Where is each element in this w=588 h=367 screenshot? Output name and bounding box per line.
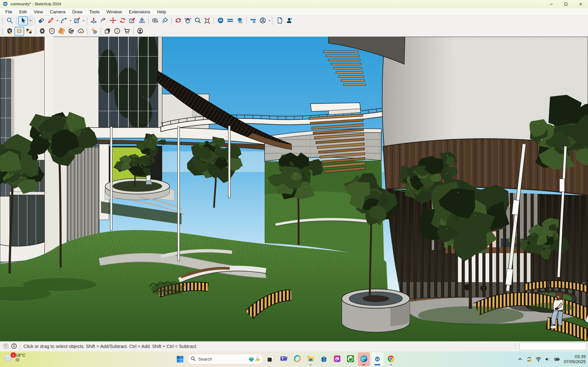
maximize-button[interactable] <box>559 0 573 8</box>
taskbar-app-copilot[interactable] <box>291 352 303 366</box>
account-dropdown-button[interactable] <box>268 16 271 25</box>
asset-shield-icon <box>48 27 55 35</box>
tray-chevron-up-icon[interactable] <box>516 355 524 364</box>
new-document-tool-button[interactable] <box>275 16 285 25</box>
taskbar-app-task-view[interactable] <box>265 352 277 366</box>
get-models-tool-button[interactable] <box>216 16 225 25</box>
profile-tool-button[interactable] <box>135 27 145 36</box>
taskbar-app-chrome[interactable] <box>385 352 397 366</box>
weather-widget[interactable]: 1 18°C 阴 <box>3 353 25 363</box>
extension-manager-tool-button[interactable] <box>248 16 258 25</box>
scale-tool-button[interactable] <box>128 16 137 25</box>
asset-shield-tool-button[interactable] <box>47 27 57 36</box>
freehand-tool-button[interactable] <box>46 16 56 25</box>
menu-file[interactable]: File <box>2 9 16 15</box>
taskbar-app-microsoft-store[interactable] <box>318 352 330 366</box>
search-icon <box>6 17 13 25</box>
scale-icon <box>129 17 136 25</box>
taskbar-app-file-explorer[interactable] <box>304 352 317 366</box>
settings-gears-tool-button[interactable] <box>89 27 99 36</box>
menu-view[interactable]: View <box>30 9 46 15</box>
push-pull-tool-button[interactable] <box>89 16 99 25</box>
toolbar-grip[interactable] <box>1 17 3 25</box>
running-indicator <box>363 364 365 365</box>
taskbar-app-sketchup[interactable] <box>371 352 384 366</box>
taskbar-app-edge[interactable] <box>358 352 370 366</box>
menu-tools[interactable]: Tools <box>86 9 103 15</box>
move-icon <box>110 17 116 25</box>
menu-draw[interactable]: Draw <box>69 9 86 15</box>
freehand-dropdown-button[interactable] <box>56 16 59 25</box>
info-tool-button[interactable] <box>112 27 122 36</box>
extension-logo-tool-button[interactable] <box>5 27 15 36</box>
share-model-tool-button[interactable] <box>235 16 245 25</box>
tray-battery-icon[interactable] <box>553 355 561 364</box>
live-updates-tool-button[interactable] <box>15 27 24 36</box>
measurements-input[interactable] <box>519 342 587 350</box>
menu-help[interactable]: Help <box>154 9 170 15</box>
microsoft-store-icon <box>320 354 328 364</box>
search-box[interactable]: Search <box>187 354 263 364</box>
start-button[interactable] <box>174 352 186 366</box>
cart-tool-button[interactable] <box>122 27 132 36</box>
follow-me-tool-button[interactable] <box>99 16 108 25</box>
paint-bucket-tool-button[interactable] <box>160 16 170 25</box>
zoom-tool-button[interactable] <box>193 16 202 25</box>
add-object-tool-button[interactable] <box>37 27 47 36</box>
account-tool-button[interactable] <box>258 16 268 25</box>
extension-logo-icon <box>6 27 13 35</box>
orbit-tool-button[interactable] <box>173 16 183 25</box>
add-collaborator-tool-button[interactable] <box>285 16 294 25</box>
window-panels-tool-button[interactable] <box>103 27 112 36</box>
taskbar-app-teams[interactable] <box>278 352 290 366</box>
tape-measure-tool-button[interactable] <box>150 16 160 25</box>
eraser-tool-button[interactable] <box>36 16 46 25</box>
minimize-button[interactable] <box>544 0 559 8</box>
close-button[interactable] <box>573 0 588 8</box>
menu-window[interactable]: Window <box>103 9 126 15</box>
clock-date: 07/05/2025 <box>564 359 586 364</box>
shapes-tool-button[interactable] <box>72 16 82 25</box>
panorama-tool-button[interactable] <box>66 27 76 36</box>
tray-wifi-icon[interactable] <box>535 355 542 364</box>
menu-edit[interactable]: Edit <box>16 9 30 15</box>
view-sync-tool-button[interactable] <box>24 27 34 36</box>
toolbar-grip[interactable] <box>1 27 3 35</box>
view-sync-icon <box>26 27 32 35</box>
menu-extensions[interactable]: Extensions <box>125 9 154 15</box>
taskbar-app-xbox[interactable] <box>345 352 356 366</box>
select-dropdown-button[interactable] <box>28 16 33 26</box>
tray-onedrive-sync-icon[interactable] <box>525 355 533 364</box>
round-planter-fountain <box>342 289 410 332</box>
extension-warehouse-tool-button[interactable] <box>225 16 235 25</box>
pan-tool-button[interactable] <box>183 16 193 25</box>
taskbar-app-assistant-app[interactable] <box>331 352 343 366</box>
shapes-dropdown-button[interactable] <box>82 16 85 25</box>
search-tool-button[interactable] <box>5 16 15 25</box>
panorama-icon <box>68 27 75 35</box>
arcs-dropdown-button[interactable] <box>69 16 72 25</box>
arcs-tool-button[interactable] <box>59 16 69 25</box>
search-icon <box>190 356 196 362</box>
geolocation-icon[interactable] <box>3 343 9 350</box>
toolbar-grip[interactable] <box>271 17 274 25</box>
add-collaborator-icon <box>286 17 293 25</box>
tray-volume-icon[interactable] <box>544 355 552 364</box>
status-message: Click or drag to select objects. Shift =… <box>23 344 197 349</box>
sketchup-window: community* - SketchUp 2024 FileEditViewC… <box>0 0 588 367</box>
materials-icon <box>58 27 65 35</box>
materials-tool-button[interactable] <box>57 27 66 36</box>
cloud-upload-tool-button[interactable] <box>76 27 86 36</box>
assistant-app-icon <box>333 354 342 364</box>
move-tool-button[interactable] <box>108 16 118 25</box>
select-tool-button[interactable] <box>18 16 28 25</box>
rotate-tool-button[interactable] <box>118 16 128 25</box>
status-bar: Click or drag to select objects. Shift =… <box>0 341 588 351</box>
clock[interactable]: 03:3907/05/2025 <box>564 354 586 365</box>
zoom-extents-tool-button[interactable] <box>202 16 212 25</box>
viewport-3d-scene[interactable] <box>0 37 588 341</box>
menu-camera[interactable]: Camera <box>46 9 69 15</box>
help-icon[interactable] <box>11 343 17 350</box>
flip-tool-button[interactable] <box>137 16 147 25</box>
zoom-extents-icon <box>204 17 211 25</box>
